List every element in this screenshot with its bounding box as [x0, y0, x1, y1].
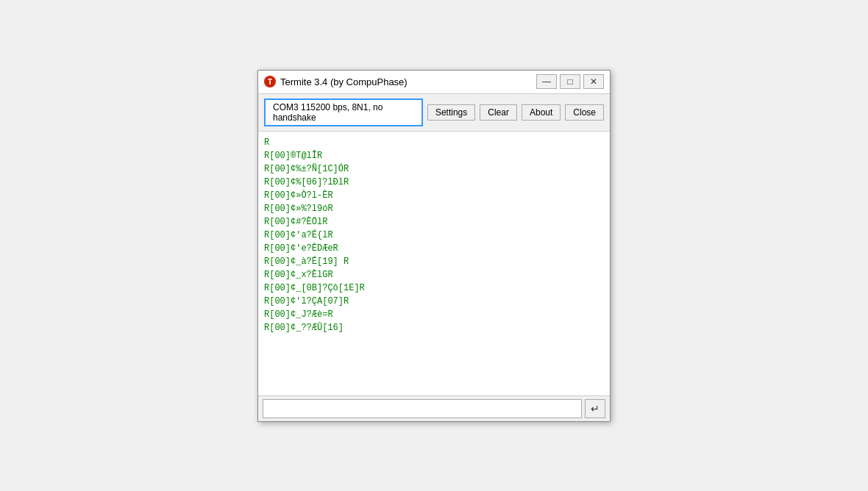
- output-line: R[00]¢%[06]?lÐlR: [264, 176, 604, 189]
- output-line: R[00]¢»Ò?l-ÈR: [264, 189, 604, 202]
- output-line: R[00]¢#?ÈÖlR: [264, 215, 604, 229]
- title-bar: T Termite 3.4 (by CompuPhase) — □ ✕: [258, 71, 610, 94]
- window-controls: — □ ✕: [536, 74, 604, 89]
- output-line: R[00]¢'e?ÈDÆeR: [264, 242, 604, 255]
- output-line: R[00]¢_J?Æè=R: [264, 308, 604, 321]
- serial-input[interactable]: [263, 399, 582, 418]
- output-line: R[00]¢'l?ÇA[07]R: [264, 295, 604, 308]
- connection-label: COM3 115200 bps, 8N1, no handshake: [264, 98, 423, 126]
- title-bar-left: T Termite 3.4 (by CompuPhase): [264, 76, 408, 87]
- output-line: R[00]¢_x?ÈlGR: [264, 268, 604, 282]
- output-line: R[00]¢_[0B]?Çô[1E]R: [264, 282, 604, 295]
- output-line: R[00]¢'a?É{lR: [264, 229, 604, 242]
- toolbar: COM3 115200 bps, 8N1, no handshake Setti…: [258, 94, 610, 132]
- minimize-button[interactable]: —: [536, 74, 557, 89]
- app-icon: T: [264, 76, 276, 87]
- output-line: R: [264, 136, 604, 149]
- output-line: R[00]¢_à?É[19] R: [264, 255, 604, 268]
- send-button[interactable]: ↵: [585, 399, 605, 418]
- main-window: T Termite 3.4 (by CompuPhase) — □ ✕ COM3…: [257, 70, 611, 422]
- about-button[interactable]: About: [522, 104, 561, 121]
- close-window-button[interactable]: ✕: [583, 74, 604, 89]
- output-line: R[00]®T@lÎR: [264, 149, 604, 162]
- output-line: R[00]¢%±?Ñ[1C]ÓR: [264, 162, 604, 176]
- input-row: ↵: [258, 396, 610, 421]
- close-button[interactable]: Close: [565, 104, 604, 121]
- output-line: R[00]¢_??ÆÛ[16]: [264, 321, 604, 334]
- clear-button[interactable]: Clear: [480, 104, 517, 121]
- window-title: Termite 3.4 (by CompuPhase): [280, 76, 408, 87]
- output-line: R[00]¢»%?l9óR: [264, 202, 604, 215]
- settings-button[interactable]: Settings: [427, 104, 475, 121]
- output-area: RR[00]®T@lÎRR[00]¢%±?Ñ[1C]ÓRR[00]¢%[06]?…: [258, 132, 610, 396]
- send-icon: ↵: [591, 403, 600, 415]
- maximize-button[interactable]: □: [560, 74, 580, 89]
